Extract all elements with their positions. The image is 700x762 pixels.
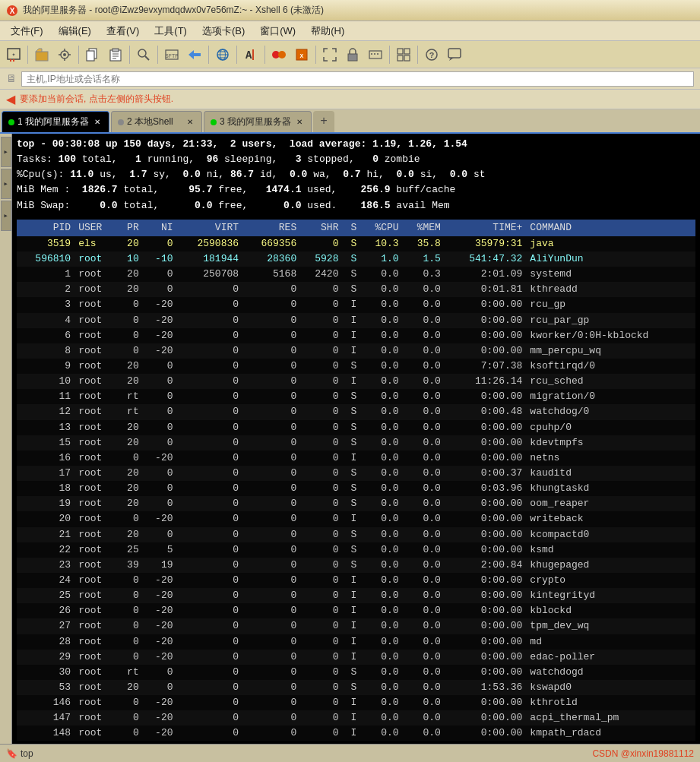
table-cell: 0	[116, 343, 142, 359]
add-tab-button[interactable]: +	[313, 111, 334, 132]
menu-tabs[interactable]: 选项卡(B)	[195, 23, 252, 40]
table-cell: watchdogd	[526, 665, 695, 680]
transfer-button[interactable]	[184, 44, 205, 65]
table-cell: I	[342, 451, 360, 466]
lock-button[interactable]	[342, 44, 363, 65]
table-cell: migration/0	[526, 389, 695, 404]
table-cell: 0	[176, 558, 242, 573]
new-session-button[interactable]: ✦	[3, 44, 24, 65]
table-cell: 0	[143, 420, 177, 435]
table-cell: 0.0	[360, 558, 402, 573]
table-cell: 0.0	[360, 588, 402, 603]
table-row: 3519els20025908366693560S10.335.835979:3…	[17, 236, 695, 251]
svg-text:?: ?	[429, 51, 435, 60]
help-button[interactable]: ?	[421, 44, 442, 65]
col-pr: PR	[116, 220, 142, 236]
table-cell: I	[342, 511, 360, 526]
table-cell: I	[342, 650, 360, 665]
table-cell: 0	[176, 603, 242, 618]
tab-close-2[interactable]: ✕	[185, 117, 195, 128]
table-cell: 0	[116, 603, 142, 618]
keyboard-button[interactable]	[365, 44, 386, 65]
table-row: 596810root10-10181944283605928S1.01.5541…	[17, 251, 695, 267]
table-cell: root	[74, 313, 116, 328]
menu-window[interactable]: 窗口(W)	[252, 23, 303, 40]
globe-button[interactable]	[212, 44, 233, 65]
table-row: 148root0-20000I0.00.00:00.00kmpath_rdacd	[17, 726, 695, 741]
table-cell: root	[74, 511, 116, 526]
sidebar-btn-3[interactable]: ▶	[1, 201, 11, 231]
col-ni: NI	[143, 220, 177, 236]
table-cell: 0.0	[403, 343, 445, 359]
table-cell: root	[74, 481, 116, 496]
table-cell: 0:00.00	[445, 650, 527, 665]
table-cell: systemd	[526, 267, 695, 282]
table-cell: 2:01.09	[445, 267, 527, 282]
address-input[interactable]	[21, 71, 694, 87]
status-left-text: top	[21, 748, 33, 759]
table-cell: 20	[116, 481, 142, 496]
search-button[interactable]	[133, 44, 154, 65]
table-row: 2root200000S0.00.00:01.81kthreadd	[17, 282, 695, 297]
fullscreen-button[interactable]	[319, 44, 340, 65]
table-cell: 0	[143, 404, 177, 419]
table-cell: 0.0	[403, 603, 445, 618]
chat-button[interactable]	[444, 44, 465, 65]
table-cell: 0	[242, 527, 300, 542]
menu-edit[interactable]: 编辑(E)	[51, 23, 99, 40]
table-cell: 0:00.00	[445, 634, 527, 650]
menu-tools[interactable]: 工具(T)	[147, 23, 195, 40]
paste-button[interactable]	[105, 44, 126, 65]
table-cell: root	[74, 527, 116, 542]
table-row: 30rootrt0000S0.00.00:00.00watchdogd	[17, 665, 695, 680]
tab-1[interactable]: 1 我的阿里服务器 ✕	[2, 111, 109, 132]
table-row: 18root200000S0.00.00:03.96khungtaskd	[17, 481, 695, 496]
copy-button[interactable]	[82, 44, 103, 65]
font-button[interactable]: A	[240, 44, 261, 65]
table-row: 28root0-20000I0.00.00:00.00md	[17, 634, 695, 650]
settings-button[interactable]	[54, 44, 75, 65]
table-cell: 0	[300, 558, 342, 573]
table-cell: 0.0	[403, 634, 445, 650]
xftp-button[interactable]: X	[291, 44, 312, 65]
table-row: 26root0-20000I0.00.00:00.00kblockd	[17, 603, 695, 618]
table-row: 19root200000S0.00.00:00.00oom_reaper	[17, 496, 695, 511]
tab-close-1[interactable]: ✕	[92, 117, 103, 128]
layout-button[interactable]	[393, 44, 414, 65]
table-cell: 0	[300, 481, 342, 496]
table-cell: 20	[116, 374, 142, 389]
svg-rect-45	[404, 55, 410, 61]
open-button[interactable]	[31, 44, 52, 65]
arrow-icon: ◀	[6, 92, 15, 106]
menu-help[interactable]: 帮助(H)	[303, 23, 352, 40]
menu-file[interactable]: 文件(F)	[3, 23, 51, 40]
table-cell: kdevtmpfs	[526, 435, 695, 451]
table-cell: -20	[143, 695, 177, 710]
sftp-button[interactable]: SFTP	[161, 44, 182, 65]
table-cell: mm_percpu_wq	[526, 343, 695, 359]
table-cell: 20	[17, 511, 74, 526]
table-cell: -20	[143, 618, 177, 634]
table-cell: 0	[176, 297, 242, 312]
table-cell: -20	[143, 313, 177, 328]
table-cell: 0	[176, 420, 242, 435]
table-cell: 541:47.32	[445, 251, 527, 267]
table-cell: S	[342, 542, 360, 558]
tab-3[interactable]: 3 我的阿里服务器 ✕	[204, 111, 312, 132]
sidebar-btn-1[interactable]: ▶	[1, 137, 11, 167]
table-cell: 3	[17, 297, 74, 312]
table-cell: 0	[242, 634, 300, 650]
sidebar-btn-2[interactable]: ▶	[1, 169, 11, 199]
table-cell: 0:00.00	[445, 588, 527, 603]
tab-close-3[interactable]: ✕	[294, 117, 305, 128]
menu-view[interactable]: 查看(V)	[99, 23, 147, 40]
bookmark-icon: 🔖	[6, 748, 17, 759]
table-cell: khugepaged	[526, 558, 695, 573]
table-cell: 0	[143, 665, 177, 680]
tab-2[interactable]: 2 本地Shell ✕	[111, 111, 202, 132]
toolbar-sep-1	[27, 46, 28, 64]
terminal[interactable]: top - 00:30:08 up 150 days, 21:33, 2 use…	[12, 134, 700, 744]
table-cell: I	[342, 726, 360, 741]
tab-dot-1	[8, 119, 14, 125]
xmanager-button[interactable]	[268, 44, 290, 65]
